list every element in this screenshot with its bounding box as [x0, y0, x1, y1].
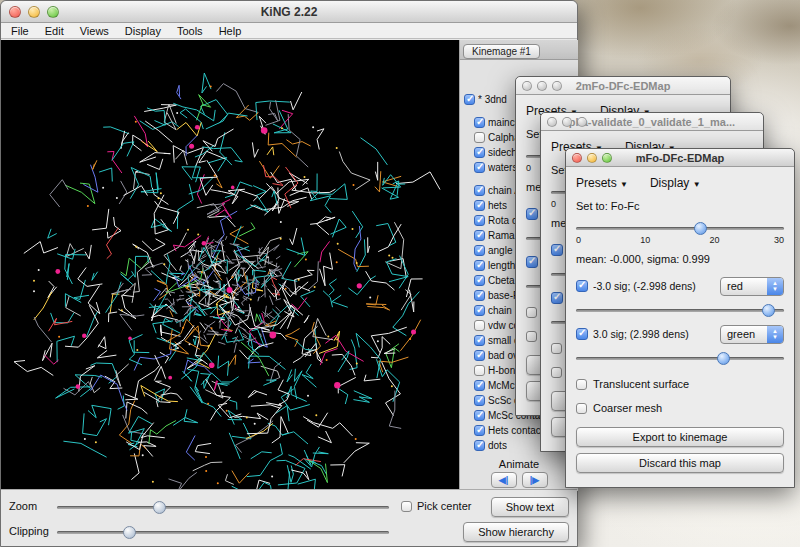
window-title: mFo-DFc-EDMap: [636, 152, 725, 164]
mean-sigma-label: mean: -0.000, sigma: 0.999: [576, 253, 784, 269]
kinemage-item-checkbox[interactable]: [474, 440, 485, 451]
kinemage-tab[interactable]: Kinemage #1: [463, 44, 540, 59]
slider-track: [57, 531, 389, 534]
presets-menu[interactable]: Presets ▼: [576, 176, 628, 190]
animate-prev-button[interactable]: ◀|: [491, 472, 517, 488]
window-titlebar[interactable]: KiNG 2.22: [1, 1, 577, 23]
high-contour-label: 3.0 sig; (2.998 dens): [593, 328, 715, 340]
window-title: pka-validate_0_validate_1_ma...: [569, 116, 735, 128]
zoom-window-button[interactable]: [552, 81, 562, 91]
kinemage-item-checkbox[interactable]: [474, 290, 485, 301]
menu-bar[interactable]: FileEditViewsDisplayToolsHelp: [1, 23, 577, 39]
low-contour-label: -3.0 sig; (-2.998 dens): [593, 280, 715, 292]
minimize-button[interactable]: [562, 117, 572, 127]
low-contour-slider[interactable]: [576, 303, 784, 317]
low-contour-checkbox[interactable]: [551, 244, 563, 256]
popup-arrows-icon: ▲▼: [767, 326, 783, 343]
translucent-surface-checkbox[interactable]: [551, 343, 562, 354]
kinemage-item-checkbox[interactable]: [474, 380, 485, 391]
kinemage-item-checkbox[interactable]: [474, 395, 485, 406]
window-title: KiNG 2.22: [261, 5, 318, 19]
close-button[interactable]: [522, 81, 532, 91]
kinemage-item-checkbox[interactable]: [474, 147, 485, 158]
animate-section: Animate ◀| |▶: [460, 458, 578, 488]
close-button[interactable]: [572, 153, 582, 163]
export-to-kinemage-button[interactable]: Export to kinemage: [576, 427, 784, 447]
coarser-mesh-checkbox[interactable]: [551, 367, 562, 378]
clipping-label: Clipping: [9, 525, 49, 537]
kinemage-item-checkbox[interactable]: [474, 260, 485, 271]
low-contour-checkbox[interactable]: [526, 208, 538, 220]
zoom-window-button[interactable]: [602, 153, 612, 163]
window-titlebar[interactable]: 2mFo-DFc-EDMap: [516, 77, 730, 95]
kinemage-item-checkbox[interactable]: [474, 245, 485, 256]
high-contour-color-select[interactable]: green ▲▼: [720, 325, 784, 344]
translucent-surface-checkbox[interactable]: [526, 307, 537, 318]
menu-display[interactable]: Display: [117, 25, 169, 37]
kinemage-item-label: hets: [488, 200, 507, 211]
close-button[interactable]: [9, 6, 21, 18]
high-contour-slider-thumb[interactable]: [717, 352, 730, 365]
menu-edit[interactable]: Edit: [37, 25, 72, 37]
low-contour-checkbox[interactable]: [576, 280, 588, 292]
kinemage-item-checkbox[interactable]: [474, 200, 485, 211]
display-menu[interactable]: Display ▼: [650, 176, 701, 190]
zoom-slider[interactable]: [57, 500, 389, 514]
slider-track: [576, 357, 784, 360]
coarser-mesh-checkbox[interactable]: [576, 403, 587, 414]
pick-center-checkbox[interactable]: [401, 501, 412, 512]
animate-next-button[interactable]: |▶: [522, 472, 548, 488]
level-slider[interactable]: [576, 221, 784, 235]
level-slider-thumb[interactable]: [694, 222, 707, 235]
minimize-button[interactable]: [587, 153, 597, 163]
high-contour-slider[interactable]: [576, 351, 784, 365]
kinemage-item-checkbox[interactable]: [474, 305, 485, 316]
high-contour-checkbox[interactable]: [551, 292, 563, 304]
kinemage-item-checkbox[interactable]: [474, 215, 485, 226]
menu-file[interactable]: File: [3, 25, 37, 37]
king-main-window[interactable]: KiNG 2.22 FileEditViewsDisplayToolsHelp …: [0, 0, 578, 547]
dropdown-arrow-icon: ▼: [620, 180, 628, 189]
window-titlebar[interactable]: mFo-DFc-EDMap: [566, 149, 794, 167]
translucent-surface-checkbox[interactable]: [576, 379, 587, 390]
window-titlebar[interactable]: pka-validate_0_validate_1_ma...: [541, 113, 763, 131]
map-window-mfo-dfc[interactable]: mFo-DFc-EDMap Presets ▼ Display ▼ Set to…: [565, 148, 795, 488]
kinemage-item-checkbox[interactable]: [474, 185, 485, 196]
kinemage-item-checkbox[interactable]: [474, 410, 485, 421]
zoom-slider-thumb[interactable]: [153, 501, 166, 514]
set-to-label: Set to: Fo-Fc: [576, 197, 784, 215]
kinemage-item-checkbox[interactable]: [474, 425, 485, 436]
graphics-viewport[interactable]: [1, 40, 459, 491]
discard-map-button[interactable]: Discard this map: [576, 453, 784, 473]
menu-views[interactable]: Views: [72, 25, 117, 37]
clipping-slider-thumb[interactable]: [123, 526, 136, 539]
kinemage-item-checkbox[interactable]: [464, 94, 475, 105]
show-text-button[interactable]: Show text: [491, 497, 569, 517]
kinemage-item-checkbox[interactable]: [474, 365, 485, 376]
minimize-button[interactable]: [537, 81, 547, 91]
kinemage-item-label: dots: [488, 440, 507, 451]
kinemage-item-checkbox[interactable]: [474, 162, 485, 173]
coarser-mesh-checkbox[interactable]: [526, 331, 537, 342]
kinemage-item-checkbox[interactable]: [474, 117, 485, 128]
kinemage-item-checkbox[interactable]: [474, 320, 485, 331]
zoom-window-button[interactable]: [47, 6, 59, 18]
high-contour-checkbox[interactable]: [576, 328, 588, 340]
kinemage-item-checkbox[interactable]: [474, 275, 485, 286]
translucent-surface-label: Translucent surface: [593, 378, 689, 390]
kinemage-item-checkbox[interactable]: [474, 132, 485, 143]
menu-tools[interactable]: Tools: [169, 25, 211, 37]
clipping-slider[interactable]: [57, 525, 389, 539]
high-contour-checkbox[interactable]: [526, 256, 538, 268]
minimize-button[interactable]: [28, 6, 40, 18]
zoom-window-button[interactable]: [577, 117, 587, 127]
close-button[interactable]: [547, 117, 557, 127]
view-controls: Zoom Pick center Show text Clipping Show…: [1, 489, 577, 546]
kinemage-item-checkbox[interactable]: [474, 230, 485, 241]
show-hierarchy-button[interactable]: Show hierarchy: [463, 522, 569, 542]
low-contour-color-select[interactable]: red ▲▼: [720, 277, 784, 296]
menu-help[interactable]: Help: [211, 25, 250, 37]
kinemage-item-checkbox[interactable]: [474, 350, 485, 361]
low-contour-slider-thumb[interactable]: [762, 304, 775, 317]
kinemage-item-checkbox[interactable]: [474, 335, 485, 346]
